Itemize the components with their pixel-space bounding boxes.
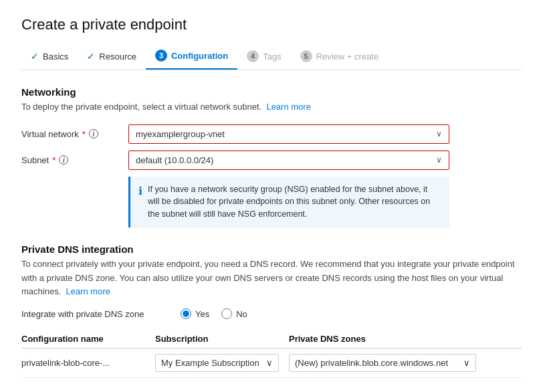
step-configuration-label: Configuration	[171, 51, 228, 61]
info-icon[interactable]: i	[59, 155, 68, 165]
chevron-down-icon: ∨	[436, 155, 442, 165]
info-circle-icon: ℹ	[138, 183, 142, 199]
virtual-network-label: Virtual network * i	[21, 129, 128, 139]
dns-section-title: Private DNS integration	[21, 243, 522, 255]
subscription-value: My Example Subscription	[161, 358, 259, 368]
dns-no-label: No	[236, 309, 247, 319]
dns-radio-row: Integrate with private DNS zone Yes No	[21, 308, 522, 319]
dns-radio-no[interactable]: No	[221, 308, 247, 319]
config-name-cell: privatelink-blob-core-...	[21, 358, 155, 368]
step-tags-label: Tags	[263, 52, 281, 62]
subscription-cell: My Example Subscription ∨	[155, 354, 289, 372]
step-review-label: Review + create	[316, 52, 379, 62]
step-configuration[interactable]: 3 Configuration	[146, 44, 237, 70]
page-title: Create a private endpoint	[21, 16, 522, 33]
dns-zone-value: (New) privatelink.blob.core.windows.net	[295, 358, 448, 368]
networking-learn-more[interactable]: Learn more	[266, 102, 310, 112]
networking-title: Networking	[21, 86, 522, 98]
step-num: 4	[247, 50, 259, 62]
dns-no-input[interactable]	[221, 308, 232, 319]
step-review[interactable]: 5 Review + create	[291, 45, 389, 69]
virtual-network-dropdown[interactable]: myexamplergroup-vnet ∨	[128, 124, 449, 144]
chevron-down-icon: ∨	[436, 129, 442, 138]
dns-yes-input[interactable]	[181, 308, 191, 319]
subnet-row: Subnet * i default (10.0.0.0/24) ∨	[21, 151, 522, 170]
col1-header: Configuration name	[21, 334, 155, 344]
dns-radio-label: Integrate with private DNS zone	[21, 309, 169, 319]
nsg-info-text: If you have a network security group (NS…	[148, 183, 441, 221]
virtual-network-row: Virtual network * i myexamplergroup-vnet…	[21, 124, 522, 144]
dns-zone-dropdown[interactable]: (New) privatelink.blob.core.windows.net …	[289, 354, 476, 372]
chevron-down-icon: ∨	[266, 358, 273, 368]
info-icon[interactable]: i	[89, 129, 98, 138]
subnet-value: default (10.0.0.0/24)	[136, 155, 213, 165]
subscription-dropdown[interactable]: My Example Subscription ∨	[155, 354, 279, 372]
col3-header: Private DNS zones	[289, 334, 522, 344]
checkmark-icon: ✓	[31, 51, 39, 62]
nsg-info-box: ℹ If you have a network security group (…	[128, 177, 449, 227]
subnet-label: Subnet * i	[21, 155, 128, 165]
checkmark-icon: ✓	[87, 51, 95, 62]
dns-yes-label: Yes	[195, 309, 209, 319]
step-tags[interactable]: 4 Tags	[237, 45, 290, 69]
wizard-steps: ✓ Basics ✓ Resource 3 Configuration 4 Ta…	[21, 44, 522, 70]
step-resource-label: Resource	[99, 52, 136, 62]
step-num: 5	[300, 50, 312, 62]
chevron-down-icon: ∨	[463, 358, 470, 368]
networking-desc: To deploy the private endpoint, select a…	[21, 100, 522, 114]
required-marker: *	[82, 129, 86, 139]
virtual-network-value: myexamplergroup-vnet	[136, 129, 225, 139]
dns-learn-more[interactable]: Learn more	[66, 286, 110, 296]
col2-header: Subscription	[155, 334, 289, 344]
dns-zone-cell: (New) privatelink.blob.core.windows.net …	[289, 354, 522, 372]
dns-table-header: Configuration name Subscription Private …	[21, 330, 522, 349]
step-basics[interactable]: ✓ Basics	[21, 45, 78, 68]
dns-section-desc: To connect privately with your private e…	[21, 258, 522, 299]
networking-section: Networking To deploy the private endpoin…	[21, 86, 522, 227]
step-basics-label: Basics	[43, 52, 68, 62]
required-marker: *	[52, 155, 56, 165]
dns-section: Private DNS integration To connect priva…	[21, 243, 522, 378]
subnet-dropdown[interactable]: default (10.0.0.0/24) ∨	[128, 151, 449, 170]
step-num: 3	[155, 50, 167, 62]
dns-table-row: privatelink-blob-core-... My Example Sub…	[21, 349, 522, 378]
step-resource[interactable]: ✓ Resource	[78, 45, 146, 68]
dns-radio-yes[interactable]: Yes	[181, 308, 209, 319]
